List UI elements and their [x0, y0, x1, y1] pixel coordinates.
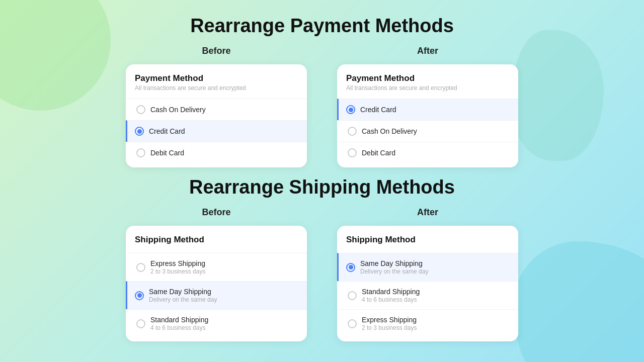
payment-after-option-1[interactable]: Credit Card	[337, 99, 518, 120]
shipping-after-option-1[interactable]: Same Day Shipping Delivery on the same d…	[337, 253, 518, 281]
shipping-after-header: Shipping Method	[337, 235, 518, 253]
option-sublabel: 4 to 6 business days	[150, 324, 208, 331]
shipping-before-option-1[interactable]: Express Shipping 2 to 3 business days	[126, 253, 307, 281]
option-sublabel: Delivery on the same day	[149, 296, 217, 303]
option-label: Standard Shipping	[150, 316, 208, 324]
option-label: Debit Card	[362, 149, 395, 157]
payment-before-card: Payment Method All transactions are secu…	[126, 64, 307, 167]
option-label: Same Day Shipping	[149, 288, 217, 296]
shipping-after-option-3[interactable]: Express Shipping 2 to 3 business days	[337, 309, 518, 337]
option-label: Credit Card	[360, 106, 396, 114]
shipping-before-card-title: Shipping Method	[135, 235, 298, 245]
radio-unchecked	[136, 105, 145, 114]
radio-unchecked	[348, 291, 357, 300]
payment-after-option-3[interactable]: Debit Card	[337, 142, 518, 163]
shipping-after-label: After	[417, 207, 438, 218]
payment-after-card-title: Payment Method	[346, 73, 509, 83]
payment-before-column: Before Payment Method All transactions a…	[126, 46, 307, 167]
radio-unchecked	[348, 127, 357, 136]
shipping-section-title: Rearrange Shipping Methods	[189, 176, 455, 198]
payment-columns: Before Payment Method All transactions a…	[126, 46, 518, 167]
payment-before-card-subtitle: All transactions are secure and encrypte…	[135, 84, 298, 92]
radio-unchecked	[136, 319, 145, 328]
option-label: Express Shipping	[150, 259, 205, 267]
shipping-after-option-2[interactable]: Standard Shipping 4 to 6 business days	[337, 281, 518, 309]
payment-before-label: Before	[202, 46, 230, 56]
option-sublabel: 2 to 3 business days	[150, 268, 205, 275]
option-sublabel: 2 to 3 business days	[362, 324, 417, 331]
option-label: Credit Card	[149, 127, 185, 135]
radio-checked	[346, 105, 355, 114]
payment-after-header: Payment Method All transactions are secu…	[337, 73, 518, 99]
payment-before-header: Payment Method All transactions are secu…	[126, 73, 307, 99]
shipping-before-card: Shipping Method Express Shipping 2 to 3 …	[126, 226, 307, 341]
radio-unchecked	[136, 148, 145, 157]
shipping-before-column: Before Shipping Method Express Shipping …	[126, 207, 307, 341]
payment-before-option-2[interactable]: Credit Card	[126, 120, 307, 142]
option-label: Debit Card	[150, 149, 184, 157]
option-sublabel: 4 to 6 business days	[362, 296, 420, 303]
radio-unchecked	[348, 319, 357, 328]
radio-checked	[135, 127, 144, 136]
payment-after-column: After Payment Method All transactions ar…	[337, 46, 518, 167]
page-content: Rearrange Payment Methods Before Payment…	[0, 0, 644, 356]
payment-after-option-2[interactable]: Cash On Delivery	[337, 120, 518, 142]
shipping-after-card-title: Shipping Method	[346, 235, 509, 245]
payment-after-label: After	[417, 46, 438, 56]
option-label: Standard Shipping	[362, 288, 420, 296]
payment-section-title: Rearrange Payment Methods	[190, 15, 454, 37]
option-label: Cash On Delivery	[150, 106, 206, 114]
shipping-before-option-2[interactable]: Same Day Shipping Delivery on the same d…	[126, 281, 307, 309]
radio-checked	[135, 291, 144, 300]
radio-unchecked	[136, 263, 145, 272]
payment-before-option-1[interactable]: Cash On Delivery	[126, 99, 307, 120]
option-label: Express Shipping	[362, 316, 417, 324]
shipping-columns: Before Shipping Method Express Shipping …	[126, 207, 518, 341]
option-sublabel: Delivery on the same day	[360, 268, 428, 275]
shipping-before-label: Before	[202, 207, 230, 218]
radio-unchecked	[348, 148, 357, 157]
shipping-after-column: After Shipping Method Same Day Shipping …	[337, 207, 518, 341]
radio-checked	[346, 263, 355, 272]
payment-after-card: Payment Method All transactions are secu…	[337, 64, 518, 167]
payment-after-card-subtitle: All transactions are secure and encrypte…	[346, 84, 509, 92]
payment-before-option-3[interactable]: Debit Card	[126, 142, 307, 163]
shipping-before-option-3[interactable]: Standard Shipping 4 to 6 business days	[126, 309, 307, 337]
option-label: Same Day Shipping	[360, 259, 428, 267]
payment-before-card-title: Payment Method	[135, 73, 298, 83]
shipping-before-header: Shipping Method	[126, 235, 307, 253]
option-label: Cash On Delivery	[362, 127, 417, 135]
shipping-after-card: Shipping Method Same Day Shipping Delive…	[337, 226, 518, 341]
